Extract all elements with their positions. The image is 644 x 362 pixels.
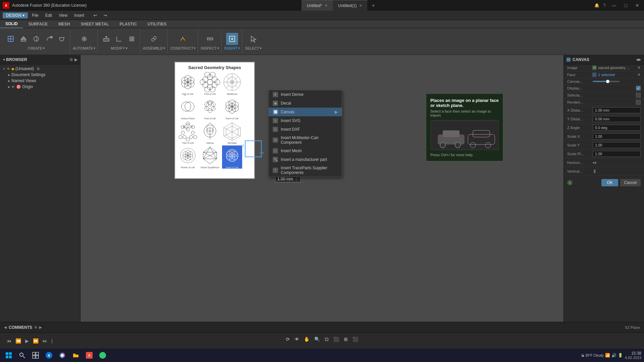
root-settings-icon[interactable]: ⚙ (37, 67, 40, 71)
scale-plane-input[interactable] (593, 151, 641, 157)
selectable-checkbox[interactable] (636, 93, 641, 98)
tab-sheet-metal[interactable]: SHEET METAL (75, 20, 114, 28)
tab-solid[interactable]: SOLID (0, 20, 23, 28)
undo-button[interactable]: ↩ (91, 12, 100, 18)
select-label[interactable]: SELECT ▾ (245, 46, 262, 50)
insert-trace-item[interactable]: T Insert TraceParts Supplier Components (269, 164, 342, 177)
canvas-opacity-slider[interactable] (593, 81, 620, 82)
insert-label[interactable]: INSERT ▾ (224, 46, 240, 50)
insert-mesh-item[interactable]: ⬡ Insert Mesh (269, 146, 342, 155)
task-search-button[interactable] (16, 349, 28, 361)
timeline-marker-button[interactable]: | (50, 337, 54, 345)
display-settings-btn[interactable]: ⬛ (351, 335, 360, 343)
tab-utilities[interactable]: UTILITIES (142, 20, 172, 28)
measure-btn[interactable] (204, 33, 216, 45)
comments-expand-icon[interactable]: ▶ (39, 325, 42, 329)
browser-collapse-icon[interactable]: ◀ (3, 58, 5, 61)
comments-settings-icon[interactable]: ⚙ (34, 325, 37, 329)
z-angle-input[interactable] (593, 125, 641, 131)
fillet-btn[interactable] (113, 33, 125, 45)
browser-item-root[interactable]: ▼ 👁 ◆ (Unsaved) ⚙ (0, 66, 80, 72)
pan-btn[interactable]: ✋ (302, 335, 312, 343)
visibility-icon[interactable]: 👁 (7, 67, 10, 71)
assemble-label[interactable]: ASSEMBLE ▾ (143, 46, 165, 50)
view-cube-btn[interactable]: ⬛ (331, 335, 341, 343)
tab-surface[interactable]: SURFACE (23, 20, 53, 28)
task-view-button[interactable] (30, 349, 42, 361)
canvas-select-handle[interactable]: ◇ (230, 149, 234, 155)
insert-svg-item[interactable]: S Insert SVG (269, 116, 342, 125)
play-to-start-button[interactable]: ⏮ (5, 337, 13, 345)
create-label[interactable]: CREATE ▾ (28, 46, 45, 50)
look-btn[interactable]: 👁 (292, 335, 301, 343)
tab-untitled-1[interactable]: Untitled* ✕ (302, 0, 333, 11)
task-folder-button[interactable] (70, 349, 82, 361)
browser-item-named-views[interactable]: ▶ Named Views (5, 78, 80, 84)
zoom-btn[interactable]: 🔍 (312, 335, 322, 343)
grid-btn[interactable]: ⊞ (342, 335, 350, 343)
insert-dxf-item[interactable]: D Insert DXF (269, 125, 342, 134)
play-button[interactable]: ▶ (24, 337, 30, 345)
insert-mfr-item[interactable]: 🔧 Insert a manufacturer part (269, 155, 342, 164)
notifications-icon[interactable]: 🔔 (594, 3, 599, 8)
comments-collapse-icon[interactable]: ◀ (4, 325, 7, 329)
image-remove-button[interactable]: ✕ (637, 65, 641, 70)
press-pull-btn[interactable] (100, 33, 112, 45)
volume-icon[interactable]: 🔊 (611, 353, 616, 358)
construct-label[interactable]: CONSTRUCT ▾ (170, 46, 196, 50)
modify-label[interactable]: MODIFY ▾ (111, 46, 127, 50)
menu-edit[interactable]: Edit (43, 12, 55, 18)
face-clear-button[interactable]: ✕ (637, 72, 641, 77)
close-button[interactable]: ✕ (633, 2, 641, 9)
origin-visibility-icon[interactable]: 👁 (11, 85, 15, 89)
minimize-button[interactable]: — (610, 2, 619, 9)
tab2-close[interactable]: ✕ (359, 4, 362, 7)
orbit-btn[interactable]: ⟳ (284, 335, 292, 343)
browser-item-origin[interactable]: ▶ 👁 🎯 Origin (5, 84, 80, 90)
scale-y-input[interactable] (593, 142, 641, 148)
canvas-help-button[interactable]: ℹ (567, 180, 573, 185)
horizontal-flip-button[interactable]: ⇔ (593, 160, 597, 165)
select-btn[interactable] (247, 33, 259, 45)
dimension-options-icon[interactable]: ⋮ (294, 177, 299, 181)
menu-file[interactable]: File (29, 12, 41, 18)
menu-insert[interactable]: Insert (71, 12, 87, 18)
extrude-btn[interactable] (17, 33, 30, 45)
shell-btn[interactable] (126, 33, 138, 45)
sweep-btn[interactable] (43, 33, 55, 45)
canvas-cancel-button[interactable]: Cancel (620, 179, 641, 186)
browser-item-doc-settings[interactable]: ▶ Document Settings (5, 72, 80, 78)
inspect-label[interactable]: INSPECT ▾ (201, 46, 219, 50)
canvas-panel-expand[interactable]: ◀▶ (636, 58, 641, 61)
canvas-ok-button[interactable]: OK (601, 179, 618, 186)
maximize-button[interactable]: □ (623, 2, 629, 9)
x-distance-input[interactable] (593, 107, 641, 113)
vertical-flip-button[interactable]: ⇕ (593, 169, 597, 174)
canvas-item[interactable]: ⬜ Canvas ▶ (269, 108, 342, 116)
renderable-checkbox[interactable] (636, 100, 641, 105)
play-to-end-button[interactable]: ⏭ (41, 337, 49, 345)
task-edge-button[interactable]: e (43, 349, 55, 361)
joint-btn[interactable] (148, 33, 160, 45)
network-icon[interactable]: 📶 (605, 353, 610, 358)
insert-btn[interactable] (226, 33, 238, 45)
browser-settings-icon[interactable]: ⚙ (69, 57, 73, 62)
step-back-button[interactable]: ⏪ (14, 337, 22, 345)
step-forward-button[interactable]: ⏩ (32, 337, 40, 345)
insert-mcmaster-item[interactable]: M Insert McMaster-Carr Component (269, 134, 342, 146)
new-component-btn[interactable] (5, 33, 17, 45)
tab-untitled-2[interactable]: Untitled(1) ✕ (333, 0, 367, 11)
automate-btn[interactable] (78, 33, 90, 45)
canvas-move-handle[interactable]: ↑ (241, 142, 245, 150)
fit-btn[interactable]: ⊡ (323, 335, 331, 343)
automate-label[interactable]: AUTOMATE ▾ (73, 46, 95, 50)
redo-button[interactable]: ↪ (101, 12, 110, 18)
clock-display[interactable]: 15:38 4.02.2023 (625, 351, 641, 360)
new-tab-button[interactable]: ＋ (367, 2, 379, 9)
menu-view[interactable]: View (56, 12, 70, 18)
tab-plastic[interactable]: PLASTIC (114, 20, 142, 28)
construct-plane-btn[interactable] (177, 33, 189, 45)
windows-start-button[interactable] (3, 349, 15, 361)
tab1-close[interactable]: ✕ (325, 4, 327, 7)
decal-item[interactable]: ▣ Decal (269, 99, 342, 108)
